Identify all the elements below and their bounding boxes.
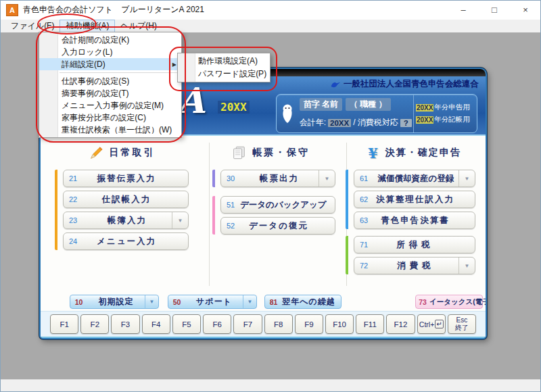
usage-year-chip: 20XX [416,104,433,112]
initial-settings-button[interactable]: 10 初期設定 ▼ [70,295,159,309]
button-number: 81 [265,298,282,306]
menu-item-label: 仕訳事例の設定(S) [62,76,129,87]
usage-text: 年分申告用 [434,103,470,112]
usage-line-bookkeeping: 20XX 年分記帳用 [416,115,475,124]
chevron-down-icon[interactable]: ▼ [172,212,188,228]
menu-item-label: 重複仕訳検索（単一仕訳）(W) [62,124,172,136]
button-label: 振替伝票入力 [83,173,170,185]
income-tax-button[interactable]: 71 所得税 [354,236,475,253]
button-number: 22 [64,195,83,203]
consumption-tax-button[interactable]: 72 消費税 ▼ [354,257,475,274]
button-label: 初期設定 [87,296,145,308]
key-sublabel: 終了 [455,324,469,332]
user-info-badge: 苗字 名前 （ 職種 ） 会計年: 20XX / 消費税対応 ? 20XX 年分… [276,94,477,133]
chevron-down-icon[interactable]: ▼ [243,295,256,308]
data-restore-button[interactable]: 52 データの復元 [220,217,335,235]
menu-item-journal-examples[interactable]: 仕訳事例の設定(S) [39,75,181,87]
menu-item-menu-input-examples[interactable]: メニュー入力事例の設定(M) [39,99,181,112]
button-label: 帳簿入力 [83,215,172,226]
section-settlement-tax-return-header: ¥ 決算・確定申告 [348,144,481,162]
etax-button[interactable]: 73 イータックス(電子申告) [415,295,483,309]
button-label: 決算整理仕訳入力 [373,194,457,205]
user-job-chip: （ 職種 ） [346,98,391,111]
window-controls: – □ × [448,0,541,20]
button-number: 21 [64,174,83,182]
key-label: F12 [394,320,408,328]
menu-item-duplicate-search[interactable]: 重複仕訳検索（単一仕訳）(W) [39,124,181,136]
key-label: F9 [304,320,313,328]
menu-item-summary-examples[interactable]: 摘要事例の設定(T) [39,87,181,99]
carryover-next-year-button[interactable]: 81 翌年への繰越 [264,295,342,309]
f11-key[interactable]: F11 [356,314,384,334]
key-label: F1 [60,320,68,328]
f8-key[interactable]: F8 [264,314,293,334]
button-number: 10 [70,298,87,306]
menu-item-detail-settings[interactable]: 詳細設定(D) ▶ [39,58,181,70]
ledger-input-button[interactable]: 23 帳簿入力 ▼ [63,212,189,229]
chevron-down-icon[interactable]: ▼ [458,258,475,274]
association-line: 一般社団法人全国青色申告会総連合 [331,78,479,90]
f1-key[interactable]: F1 [50,314,78,334]
key-label: F3 [121,320,130,328]
auxiliary-functions-dropdown: 会計期間の設定(K) 入力ロック(L) 詳細設定(D) ▶ 仕訳事例の設定(S)… [39,32,182,138]
blue-return-statement-button[interactable]: 63 青色申告決算書 [354,212,475,229]
f6-key[interactable]: F6 [203,314,231,334]
menu-input-button[interactable]: 24 メニュー入力 [63,232,189,250]
section-title: 決算・確定申告 [385,147,461,159]
key-label: F4 [151,320,160,328]
button-number: 50 [168,298,185,306]
window-title: 青色申告会の会計ソフト ブルーリターンA 2021 [23,4,204,16]
menu-help[interactable]: ヘルプ(H) [115,20,162,32]
report-output-button[interactable]: 30 帳票出力 ▼ [220,170,335,187]
menu-separator [60,72,179,73]
data-backup-button[interactable]: 51 データのバックアップ [220,196,335,214]
f4-key[interactable]: F4 [142,314,170,334]
f3-key[interactable]: F3 [111,314,139,334]
menu-file[interactable]: ファイル(F) [5,20,60,32]
chevron-down-icon[interactable]: ▼ [319,170,335,187]
button-number: 51 [221,201,240,209]
badge-usage-column: 20XX 年分申告用 20XX 年分記帳用 [413,95,477,132]
key-label: F11 [364,320,377,328]
f9-key[interactable]: F9 [295,314,323,334]
chevron-down-icon[interactable]: ▼ [458,170,475,187]
button-number: 71 [354,241,373,249]
f10-key[interactable]: F10 [325,314,354,334]
menu-item-accounting-period[interactable]: 会計期間の設定(K) [39,34,181,46]
esc-exit-key[interactable]: Esc 終了 [448,314,476,334]
button-number: 73 [416,298,429,306]
close-button[interactable]: × [510,0,541,20]
support-button[interactable]: 50 サポート ▼ [168,295,257,309]
submenu-item-password-settings[interactable]: パスワード設定(P) [178,68,270,80]
menu-item-label: 詳細設定(D) [62,59,105,70]
closing-adjustment-entry-button[interactable]: 62 決算整理仕訳入力 [354,191,475,208]
transfer-slip-input-button[interactable]: 21 振替伝票入力 [63,170,189,187]
panel-content: 日常取引 帳票・保守 ¥ 決算・確定申告 [41,136,486,337]
submenu-item-environment-settings[interactable]: 動作環境設定(A) [178,55,270,68]
f12-key[interactable]: F12 [386,314,415,334]
key-label: F10 [333,320,346,328]
menu-item-household-ratio[interactable]: 家事按分比率の設定(C) [39,112,181,124]
f5-key[interactable]: F5 [172,314,201,334]
button-label: 消費税 [373,260,458,272]
f2-key[interactable]: F2 [80,314,109,334]
menu-item-input-lock[interactable]: 入力ロック(L) [39,46,181,58]
menu-item-label: 入力ロック(L) [62,47,113,58]
ctrl-enter-key[interactable]: Ctrl+ ↵ [417,314,446,334]
menu-auxiliary-functions[interactable]: 補助機能(A) [60,20,115,32]
button-label: 帳票出力 [240,173,319,185]
help-mark-button[interactable]: ? [400,119,412,127]
minimize-button[interactable]: – [448,0,479,20]
f7-key[interactable]: F7 [233,314,262,334]
menu-item-label: 家事按分比率の設定(C) [62,112,146,124]
submenu-arrow-icon: ▶ [172,62,177,68]
chevron-down-icon[interactable]: ▼ [145,295,158,308]
menu-item-label: 摘要事例の設定(T) [62,88,129,99]
button-label: 青色申告決算書 [373,215,457,226]
button-label: 翌年への繰越 [282,296,335,308]
maximize-button[interactable]: □ [479,0,510,20]
button-label: データの復元 [240,220,317,232]
key-label: F6 [212,320,221,328]
depreciable-assets-button[interactable]: 61 減価償却資産の登録 ▼ [354,170,475,187]
journal-input-button[interactable]: 22 仕訳帳入力 [63,191,189,208]
